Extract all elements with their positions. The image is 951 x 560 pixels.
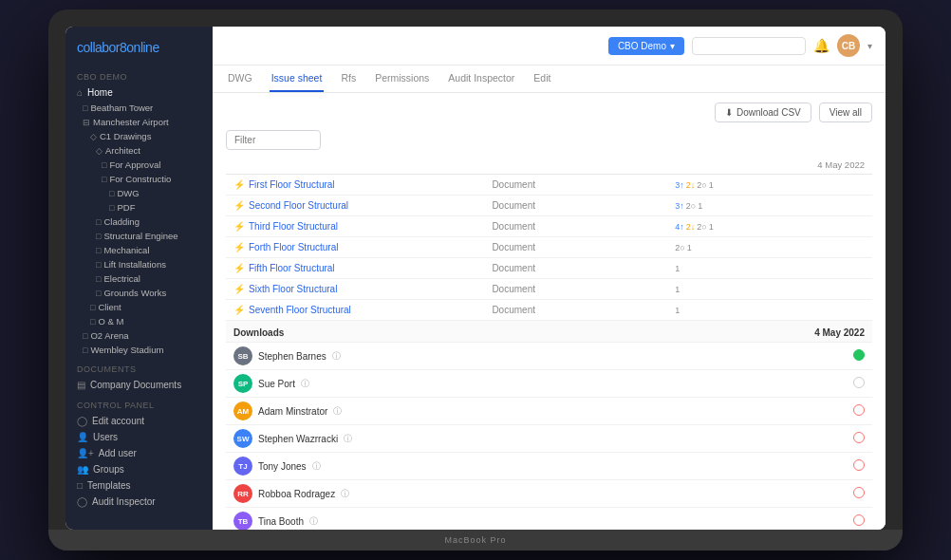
file-type: Document bbox=[484, 300, 667, 321]
file-link[interactable]: ⚡ Second Floor Structural bbox=[233, 200, 476, 211]
sidebar-item-users[interactable]: 👤 Users bbox=[65, 429, 213, 445]
sidebar-item-manchester-airport[interactable]: ⊟ Manchester Airport bbox=[75, 115, 209, 129]
user-row: RR Robboa Rodragez ⓘ bbox=[226, 480, 872, 508]
info-icon[interactable]: ⓘ bbox=[344, 433, 352, 445]
sidebar-item-client[interactable]: □ Client bbox=[75, 300, 209, 314]
date-header: 4 May 2022 bbox=[817, 159, 865, 170]
sidebar-item-edit-account[interactable]: ◯ Edit account bbox=[65, 413, 213, 429]
info-icon[interactable]: ⓘ bbox=[333, 405, 342, 418]
status-dot bbox=[853, 459, 865, 471]
sidebar-item-home[interactable]: ⌂ Home bbox=[65, 84, 213, 101]
user-avatar: TB bbox=[233, 512, 252, 530]
table-row: ⚡ Seventh Floor Structural Document 1 bbox=[226, 300, 872, 321]
sidebar-item-wembley[interactable]: □ Wembley Stadium bbox=[75, 343, 209, 357]
user-avatar: TJ bbox=[233, 457, 252, 476]
file-type: Document bbox=[484, 279, 667, 300]
file-icon: ⚡ bbox=[233, 221, 245, 232]
sidebar-section-control: Control panel bbox=[65, 393, 213, 413]
info-icon[interactable]: ⓘ bbox=[309, 515, 318, 528]
file-link[interactable]: ⚡ Third Floor Structural bbox=[233, 221, 476, 232]
topbar: CBO Demo ▾ 🔔 CB ▾ bbox=[213, 27, 886, 65]
sidebar: collabor8online CBO Demo ⌂ Home □ Beatha… bbox=[65, 27, 213, 530]
info-icon[interactable]: ⓘ bbox=[301, 378, 309, 390]
sidebar-item-mechanical[interactable]: □ Mechanical bbox=[75, 243, 209, 257]
info-icon[interactable]: ⓘ bbox=[312, 460, 321, 473]
info-icon[interactable]: ⓘ bbox=[332, 350, 341, 363]
file-link[interactable]: ⚡ Forth Floor Structural bbox=[233, 242, 476, 252]
status-dot bbox=[853, 487, 865, 498]
user-row: TJ Tony Jones ⓘ bbox=[226, 453, 872, 480]
user-name: Sue Port bbox=[258, 379, 295, 389]
table-row: ⚡ First Floor Structural Document 3↑2↓2○… bbox=[226, 175, 872, 196]
user-info: SB Stephen Barnes ⓘ bbox=[233, 346, 476, 365]
file-icon: ⚡ bbox=[233, 263, 245, 273]
download-csv-button[interactable]: ⬇ Download CSV bbox=[715, 103, 811, 122]
user-name: Tony Jones bbox=[258, 461, 307, 472]
sidebar-item-beatham-tower[interactable]: □ Beatham Tower bbox=[75, 101, 209, 115]
tab-audit-inspector[interactable]: Audit Inspector bbox=[446, 65, 516, 92]
demo-button[interactable]: CBO Demo ▾ bbox=[608, 37, 684, 55]
folder-icon: □ bbox=[96, 217, 101, 227]
sidebar-item-pdf[interactable]: □ PDF bbox=[75, 200, 209, 215]
file-link[interactable]: ⚡ Sixth Floor Structural bbox=[233, 284, 476, 294]
chevron-down-icon[interactable]: ▾ bbox=[867, 41, 872, 51]
filter-input[interactable] bbox=[226, 130, 321, 150]
folder-icon: □ bbox=[109, 189, 114, 198]
sidebar-item-lift[interactable]: □ Lift Installations bbox=[75, 257, 209, 271]
file-type: Document bbox=[484, 175, 667, 196]
topbar-search-input[interactable] bbox=[692, 37, 806, 55]
file-link[interactable]: ⚡ First Floor Structural bbox=[233, 179, 476, 190]
user-info: TB Tina Booth ⓘ bbox=[233, 512, 476, 530]
user-name: Robboa Rodragez bbox=[258, 489, 335, 499]
user-row: SP Sue Port ⓘ bbox=[226, 370, 872, 398]
view-all-button[interactable]: View all bbox=[819, 103, 872, 122]
data-table: 4 May 2022 ⚡ First Floor Structural Docu… bbox=[226, 156, 872, 530]
sidebar-item-audit-inspector[interactable]: ◯ Audit Inspector bbox=[65, 494, 213, 510]
sidebar-item-cladding[interactable]: □ Cladding bbox=[75, 215, 209, 229]
sidebar-item-structural[interactable]: □ Structural Enginee bbox=[75, 229, 209, 243]
content-area: ⬇ Download CSV View all bbox=[213, 93, 886, 530]
file-link[interactable]: ⚡ Seventh Floor Structural bbox=[233, 305, 476, 315]
app-logo: collabor8online bbox=[65, 27, 213, 65]
sidebar-item-templates[interactable]: □ Templates bbox=[65, 477, 213, 494]
nav-tabs: DWG Issue sheet Rfs Permissions Audit In… bbox=[213, 65, 886, 93]
sidebar-item-for-approval[interactable]: □ For Approval bbox=[75, 158, 209, 172]
sidebar-item-dwg[interactable]: □ DWG bbox=[75, 186, 209, 200]
bell-icon[interactable]: 🔔 bbox=[813, 38, 830, 53]
status-dot bbox=[853, 349, 865, 361]
folder-icon: □ bbox=[90, 317, 95, 327]
folder-icon: □ bbox=[83, 331, 87, 341]
tab-dwg[interactable]: DWG bbox=[226, 65, 254, 92]
file-link[interactable]: ⚡ Fifth Floor Structural bbox=[233, 263, 476, 273]
main-area: CBO Demo ▾ 🔔 CB ▾ DWG Issue sheet Rfs Pe… bbox=[213, 27, 886, 530]
status-dot bbox=[853, 432, 865, 443]
sidebar-item-c1-drawings[interactable]: ◇ C1 Drawings bbox=[75, 129, 209, 143]
sidebar-item-om[interactable]: □ O & M bbox=[75, 314, 209, 328]
sidebar-item-o2-arena[interactable]: □ O2 Arena bbox=[75, 328, 209, 343]
tab-permissions[interactable]: Permissions bbox=[373, 65, 431, 92]
tab-rfs[interactable]: Rfs bbox=[339, 65, 358, 92]
laptop-base: MacBook Pro bbox=[48, 530, 903, 551]
sidebar-item-company-documents[interactable]: ▤ Company Documents bbox=[65, 377, 213, 393]
folder-icon: ◇ bbox=[96, 146, 103, 156]
tab-issue-sheet[interactable]: Issue sheet bbox=[270, 65, 325, 92]
sidebar-item-electrical[interactable]: □ Electrical bbox=[75, 271, 209, 286]
sidebar-item-groups[interactable]: 👥 Groups bbox=[65, 461, 213, 477]
info-icon[interactable]: ⓘ bbox=[341, 488, 349, 500]
audit-icon: ◯ bbox=[77, 496, 87, 507]
sidebar-item-add-user[interactable]: 👤+ Add user bbox=[65, 445, 213, 461]
file-icon: ⚡ bbox=[233, 284, 245, 294]
user-row: AM Adam Minstrator ⓘ bbox=[226, 398, 872, 425]
folder-icon: □ bbox=[83, 103, 87, 113]
tab-edit[interactable]: Edit bbox=[531, 65, 552, 92]
sidebar-item-for-construction[interactable]: □ For Constructio bbox=[75, 172, 209, 186]
user-info: AM Adam Minstrator ⓘ bbox=[233, 401, 476, 420]
sidebar-item-grounds[interactable]: □ Grounds Works bbox=[75, 286, 209, 300]
avatar: CB bbox=[837, 34, 860, 57]
user-row: TB Tina Booth ⓘ bbox=[226, 508, 872, 531]
section-header-downloads: Downloads 4 May 2022 bbox=[226, 321, 872, 343]
user-avatar: RR bbox=[233, 484, 252, 503]
sidebar-section-documents: Documents bbox=[65, 357, 213, 377]
templates-icon: □ bbox=[77, 480, 83, 491]
sidebar-item-architect[interactable]: ◇ Architect bbox=[75, 143, 209, 158]
